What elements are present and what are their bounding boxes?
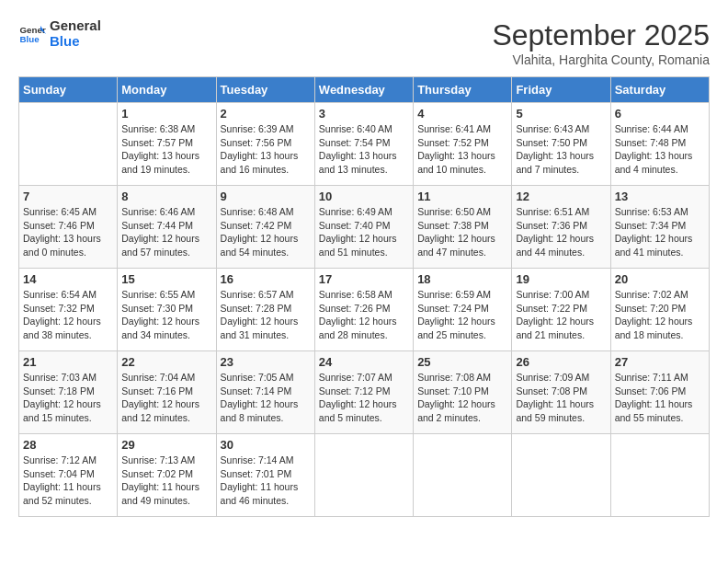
- day-number: 7: [23, 190, 113, 203]
- day-number: 8: [121, 190, 211, 203]
- week-row-5: 28Sunrise: 7:12 AM Sunset: 7:04 PM Dayli…: [19, 434, 710, 517]
- week-row-2: 7Sunrise: 6:45 AM Sunset: 7:46 PM Daylig…: [19, 186, 710, 269]
- week-row-4: 21Sunrise: 7:03 AM Sunset: 7:18 PM Dayli…: [19, 351, 710, 434]
- day-info: Sunrise: 7:09 AM Sunset: 7:08 PM Dayligh…: [516, 371, 606, 425]
- day-info: Sunrise: 6:59 AM Sunset: 7:24 PM Dayligh…: [417, 288, 507, 342]
- day-number: 11: [417, 190, 507, 203]
- day-number: 22: [121, 355, 211, 369]
- weekday-header-friday: Friday: [512, 77, 610, 103]
- weekday-header-tuesday: Tuesday: [216, 77, 314, 103]
- day-info: Sunrise: 7:07 AM Sunset: 7:12 PM Dayligh…: [319, 371, 409, 425]
- day-info: Sunrise: 7:08 AM Sunset: 7:10 PM Dayligh…: [417, 371, 507, 425]
- day-number: 18: [417, 272, 507, 286]
- calendar-cell: 28Sunrise: 7:12 AM Sunset: 7:04 PM Dayli…: [19, 434, 118, 517]
- calendar-cell: 4Sunrise: 6:41 AM Sunset: 7:52 PM Daylig…: [414, 103, 512, 186]
- calendar-cell: [512, 434, 610, 517]
- day-number: 17: [319, 272, 409, 286]
- location-subtitle: Vlahita, Harghita County, Romania: [492, 52, 710, 67]
- calendar-cell: 11Sunrise: 6:50 AM Sunset: 7:38 PM Dayli…: [414, 186, 512, 269]
- day-info: Sunrise: 7:14 AM Sunset: 7:01 PM Dayligh…: [221, 454, 311, 508]
- day-number: 24: [319, 355, 409, 369]
- day-number: 2: [221, 107, 311, 121]
- day-number: 20: [615, 272, 705, 286]
- day-info: Sunrise: 7:00 AM Sunset: 7:22 PM Dayligh…: [516, 288, 606, 342]
- page-header: General Blue General Blue September 2025…: [18, 18, 710, 67]
- calendar-cell: [414, 434, 512, 517]
- calendar-cell: 5Sunrise: 6:43 AM Sunset: 7:50 PM Daylig…: [512, 103, 610, 186]
- day-info: Sunrise: 7:02 AM Sunset: 7:20 PM Dayligh…: [615, 288, 705, 342]
- calendar-cell: 10Sunrise: 6:49 AM Sunset: 7:40 PM Dayli…: [314, 186, 413, 269]
- day-info: Sunrise: 7:05 AM Sunset: 7:14 PM Dayligh…: [221, 371, 311, 425]
- day-number: 21: [23, 355, 113, 369]
- calendar-cell: 9Sunrise: 6:48 AM Sunset: 7:42 PM Daylig…: [216, 186, 314, 269]
- day-number: 10: [319, 190, 409, 203]
- day-info: Sunrise: 6:53 AM Sunset: 7:34 PM Dayligh…: [615, 205, 705, 259]
- day-info: Sunrise: 6:49 AM Sunset: 7:40 PM Dayligh…: [319, 205, 409, 259]
- day-info: Sunrise: 6:39 AM Sunset: 7:56 PM Dayligh…: [221, 122, 311, 177]
- day-info: Sunrise: 7:11 AM Sunset: 7:06 PM Dayligh…: [615, 371, 705, 425]
- calendar-cell: 16Sunrise: 6:57 AM Sunset: 7:28 PM Dayli…: [216, 269, 314, 351]
- day-number: 16: [221, 272, 311, 286]
- calendar-cell: 8Sunrise: 6:46 AM Sunset: 7:44 PM Daylig…: [118, 186, 216, 269]
- svg-text:Blue: Blue: [20, 34, 40, 44]
- day-number: 4: [417, 107, 507, 121]
- day-number: 6: [615, 107, 705, 121]
- calendar-cell: 23Sunrise: 7:05 AM Sunset: 7:14 PM Dayli…: [216, 351, 314, 434]
- day-info: Sunrise: 7:13 AM Sunset: 7:02 PM Dayligh…: [121, 454, 211, 508]
- day-info: Sunrise: 6:41 AM Sunset: 7:52 PM Dayligh…: [417, 122, 507, 177]
- day-number: 27: [615, 355, 705, 369]
- day-info: Sunrise: 6:40 AM Sunset: 7:54 PM Dayligh…: [319, 122, 409, 177]
- calendar-cell: 14Sunrise: 6:54 AM Sunset: 7:32 PM Dayli…: [19, 269, 118, 351]
- day-info: Sunrise: 6:48 AM Sunset: 7:42 PM Dayligh…: [221, 205, 311, 259]
- calendar-cell: 13Sunrise: 6:53 AM Sunset: 7:34 PM Dayli…: [610, 186, 709, 269]
- calendar-cell: 30Sunrise: 7:14 AM Sunset: 7:01 PM Dayli…: [216, 434, 314, 517]
- day-info: Sunrise: 6:46 AM Sunset: 7:44 PM Dayligh…: [121, 205, 211, 259]
- day-number: 28: [23, 438, 113, 452]
- weekday-header-thursday: Thursday: [414, 77, 512, 103]
- day-number: 30: [221, 438, 311, 452]
- day-info: Sunrise: 6:44 AM Sunset: 7:48 PM Dayligh…: [615, 122, 705, 177]
- day-info: Sunrise: 6:54 AM Sunset: 7:32 PM Dayligh…: [23, 288, 113, 342]
- calendar-cell: 21Sunrise: 7:03 AM Sunset: 7:18 PM Dayli…: [19, 351, 118, 434]
- calendar-cell: 12Sunrise: 6:51 AM Sunset: 7:36 PM Dayli…: [512, 186, 610, 269]
- day-info: Sunrise: 6:50 AM Sunset: 7:38 PM Dayligh…: [417, 205, 507, 259]
- calendar-cell: 19Sunrise: 7:00 AM Sunset: 7:22 PM Dayli…: [512, 269, 610, 351]
- logo-general: General: [50, 18, 101, 34]
- day-info: Sunrise: 6:57 AM Sunset: 7:28 PM Dayligh…: [221, 288, 311, 342]
- day-info: Sunrise: 6:55 AM Sunset: 7:30 PM Dayligh…: [121, 288, 211, 342]
- month-title: September 2025: [492, 18, 710, 52]
- day-number: 25: [417, 355, 507, 369]
- weekday-header-sunday: Sunday: [19, 77, 118, 103]
- day-number: 1: [121, 107, 211, 121]
- weekday-header-row: SundayMondayTuesdayWednesdayThursdayFrid…: [19, 77, 710, 103]
- weekday-header-saturday: Saturday: [610, 77, 709, 103]
- day-number: 23: [221, 355, 311, 369]
- day-number: 13: [615, 190, 705, 203]
- calendar-cell: 6Sunrise: 6:44 AM Sunset: 7:48 PM Daylig…: [610, 103, 709, 186]
- day-number: 15: [121, 272, 211, 286]
- calendar-cell: 17Sunrise: 6:58 AM Sunset: 7:26 PM Dayli…: [314, 269, 413, 351]
- week-row-3: 14Sunrise: 6:54 AM Sunset: 7:32 PM Dayli…: [19, 269, 710, 351]
- day-info: Sunrise: 6:45 AM Sunset: 7:46 PM Dayligh…: [23, 205, 113, 259]
- calendar-cell: 18Sunrise: 6:59 AM Sunset: 7:24 PM Dayli…: [414, 269, 512, 351]
- day-number: 29: [121, 438, 211, 452]
- calendar-cell: [610, 434, 709, 517]
- day-info: Sunrise: 6:43 AM Sunset: 7:50 PM Dayligh…: [516, 122, 606, 177]
- day-number: 14: [23, 272, 113, 286]
- calendar-cell: 20Sunrise: 7:02 AM Sunset: 7:20 PM Dayli…: [610, 269, 709, 351]
- day-info: Sunrise: 6:38 AM Sunset: 7:57 PM Dayligh…: [121, 122, 211, 177]
- calendar-cell: [314, 434, 413, 517]
- calendar-cell: 15Sunrise: 6:55 AM Sunset: 7:30 PM Dayli…: [118, 269, 216, 351]
- week-row-1: 1Sunrise: 6:38 AM Sunset: 7:57 PM Daylig…: [19, 103, 710, 186]
- day-info: Sunrise: 7:12 AM Sunset: 7:04 PM Dayligh…: [23, 454, 113, 508]
- calendar-table: SundayMondayTuesdayWednesdayThursdayFrid…: [18, 76, 710, 517]
- calendar-cell: 27Sunrise: 7:11 AM Sunset: 7:06 PM Dayli…: [610, 351, 709, 434]
- day-number: 5: [516, 107, 606, 121]
- logo-icon: General Blue: [18, 20, 46, 48]
- day-info: Sunrise: 7:04 AM Sunset: 7:16 PM Dayligh…: [121, 371, 211, 425]
- calendar-cell: 1Sunrise: 6:38 AM Sunset: 7:57 PM Daylig…: [118, 103, 216, 186]
- calendar-cell: 2Sunrise: 6:39 AM Sunset: 7:56 PM Daylig…: [216, 103, 314, 186]
- weekday-header-wednesday: Wednesday: [314, 77, 413, 103]
- day-number: 3: [319, 107, 409, 121]
- day-info: Sunrise: 7:03 AM Sunset: 7:18 PM Dayligh…: [23, 371, 113, 425]
